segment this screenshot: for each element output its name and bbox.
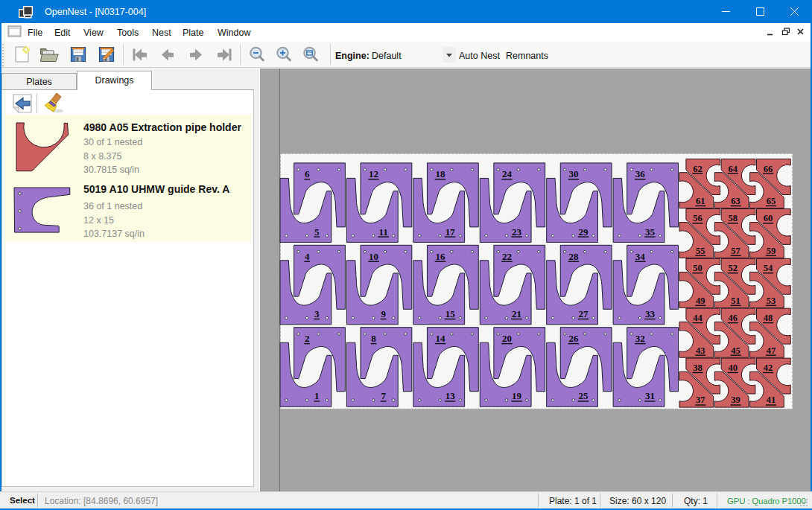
svg-text:24: 24 (501, 168, 512, 179)
svg-text:62: 62 (693, 163, 702, 173)
svg-text:31: 31 (644, 390, 654, 401)
svg-text:37: 37 (696, 395, 705, 405)
svg-text:26: 26 (568, 333, 579, 344)
svg-text:21: 21 (512, 308, 521, 319)
svg-text:20: 20 (501, 333, 511, 344)
svg-text:53: 53 (766, 295, 775, 305)
svg-text:59: 59 (766, 245, 775, 255)
svg-text:13: 13 (445, 390, 455, 401)
svg-text:9: 9 (381, 308, 386, 319)
svg-text:38: 38 (693, 362, 702, 372)
svg-text:51: 51 (731, 295, 740, 305)
svg-text:16: 16 (435, 250, 445, 261)
svg-text:34: 34 (635, 250, 645, 261)
svg-text:42: 42 (763, 362, 773, 372)
svg-text:1: 1 (314, 390, 320, 401)
svg-text:52: 52 (728, 263, 738, 273)
svg-text:61: 61 (696, 196, 705, 206)
svg-text:55: 55 (696, 245, 705, 255)
svg-text:41: 41 (766, 395, 775, 405)
svg-text:29: 29 (578, 226, 589, 237)
svg-text:19: 19 (512, 390, 522, 401)
svg-text:57: 57 (731, 245, 740, 255)
svg-text:47: 47 (766, 345, 775, 355)
svg-text:27: 27 (578, 308, 589, 319)
svg-text:39: 39 (731, 395, 740, 405)
svg-text:40: 40 (728, 362, 738, 372)
svg-text:17: 17 (445, 226, 455, 237)
svg-text:23: 23 (512, 226, 522, 237)
svg-text:30: 30 (568, 168, 578, 179)
svg-text:63: 63 (731, 196, 740, 206)
svg-text:58: 58 (728, 213, 738, 223)
svg-text:4: 4 (304, 250, 309, 261)
svg-text:44: 44 (693, 313, 702, 323)
svg-text:46: 46 (728, 313, 738, 323)
svg-text:50: 50 (693, 263, 702, 273)
svg-text:14: 14 (435, 333, 445, 344)
svg-text:12: 12 (369, 168, 378, 179)
svg-text:48: 48 (763, 313, 773, 323)
svg-text:8: 8 (371, 333, 376, 344)
svg-text:22: 22 (501, 250, 511, 261)
svg-text:43: 43 (696, 345, 705, 355)
svg-text:56: 56 (693, 213, 702, 223)
svg-text:2: 2 (304, 333, 309, 344)
svg-text:5: 5 (314, 226, 320, 237)
svg-text:11: 11 (378, 226, 387, 237)
svg-text:25: 25 (578, 390, 589, 401)
svg-text:36: 36 (635, 168, 645, 179)
svg-text:65: 65 (766, 196, 775, 206)
svg-text:10: 10 (369, 250, 378, 261)
svg-text:60: 60 (763, 213, 773, 223)
svg-text:18: 18 (435, 168, 445, 179)
svg-text:7: 7 (381, 390, 386, 401)
svg-text:32: 32 (635, 333, 644, 344)
svg-text:49: 49 (696, 295, 705, 305)
svg-text:64: 64 (728, 163, 738, 173)
svg-text:6: 6 (304, 168, 309, 179)
svg-text:66: 66 (763, 163, 773, 173)
svg-text:45: 45 (731, 345, 740, 355)
svg-text:35: 35 (644, 226, 655, 237)
svg-text:33: 33 (644, 308, 655, 319)
svg-text:28: 28 (568, 250, 579, 261)
svg-text:54: 54 (763, 263, 773, 273)
svg-text:15: 15 (445, 308, 455, 319)
svg-text:3: 3 (314, 308, 320, 319)
